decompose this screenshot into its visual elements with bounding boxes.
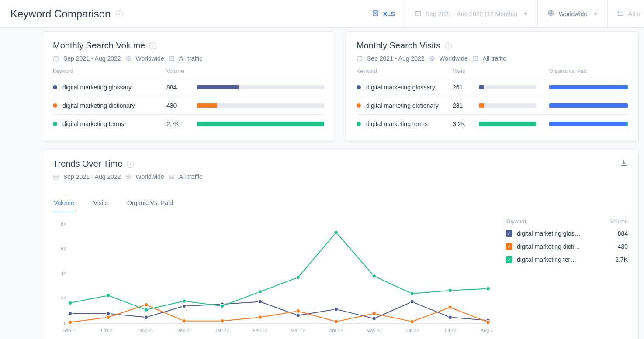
legend-checkbox[interactable]: ✓ <box>506 243 512 250</box>
traffic-icon <box>169 55 175 62</box>
trends-line-chart: 02K4K6K8KSep 21Oct 21Nov 21Dec 21Jan 22F… <box>53 219 492 336</box>
svg-rect-9 <box>357 57 362 61</box>
value-cell: 884 <box>166 84 197 91</box>
value-cell: 3.2K <box>453 120 479 127</box>
page-header: Keyword Comparison i XLS Sep 2021 - Aug … <box>0 0 644 28</box>
chevron-down-icon: ▼ <box>523 11 528 16</box>
meta-region: Worldwide <box>440 55 468 62</box>
series-dot <box>357 85 361 89</box>
svg-point-64 <box>258 290 262 294</box>
svg-rect-7 <box>169 56 174 58</box>
series-dot <box>53 85 57 89</box>
region-dropdown[interactable]: Worldwide ▼ <box>537 0 607 28</box>
keyword-label: digital marketing terms <box>366 120 428 127</box>
meta-traffic: All traffic <box>483 55 506 62</box>
legend-checkbox[interactable]: ✓ <box>506 230 512 237</box>
svg-text:Oct 21: Oct 21 <box>101 328 115 333</box>
export-xls-button[interactable]: XLS <box>363 0 405 28</box>
tab-volume[interactable]: Volume <box>53 194 75 212</box>
meta-traffic: All traffic <box>179 55 202 62</box>
table-row: digital marketing terms 2.7K <box>53 114 324 133</box>
svg-point-67 <box>372 274 376 278</box>
traffic-dropdown[interactable]: All tr <box>607 0 644 28</box>
legend-label: digital marketing glos… <box>517 230 613 237</box>
svg-point-58 <box>486 320 490 324</box>
svg-text:Jan 22: Jan 22 <box>215 328 229 333</box>
meta-date: Sep 2021 - Aug 2022 <box>367 55 425 62</box>
keyword-label: digital marketing terms <box>62 120 124 127</box>
card-title: Monthly Search Volume <box>53 41 145 51</box>
meta-region: Worldwide <box>136 173 164 180</box>
svg-point-47 <box>68 320 72 324</box>
chart-legend: Keyword Volume ✓ digital marketing glos…… <box>506 219 628 336</box>
table-row: digital marketing dictionary 430 <box>53 96 324 114</box>
meta-traffic: All traffic <box>179 173 202 180</box>
svg-point-45 <box>448 315 452 319</box>
svg-text:Sep 21: Sep 21 <box>62 328 77 333</box>
svg-text:Feb 22: Feb 22 <box>253 328 267 333</box>
svg-point-55 <box>372 312 376 315</box>
info-icon[interactable]: i <box>149 42 156 49</box>
legend-item[interactable]: ✓ digital marketing dicti… 430 <box>506 243 628 250</box>
svg-point-37 <box>144 315 148 319</box>
svg-rect-5 <box>54 57 59 61</box>
legend-item[interactable]: ✓ digital marketing glos… 884 <box>506 230 628 237</box>
svg-text:4K: 4K <box>61 271 67 276</box>
legend-checkbox[interactable]: ✓ <box>506 256 512 263</box>
info-icon[interactable]: i <box>116 10 123 17</box>
table-row: digital marketing glossary 884 <box>53 78 324 96</box>
tab-visits[interactable]: Visits <box>93 194 109 212</box>
svg-rect-11 <box>473 56 478 58</box>
svg-point-51 <box>220 319 224 323</box>
svg-rect-8 <box>169 59 174 61</box>
col-header-keyword: Keyword <box>357 68 453 74</box>
keyword-label: digital marketing dictionary <box>366 102 439 109</box>
globe-icon <box>125 174 132 180</box>
page-title-text: Keyword Comparison <box>10 8 111 20</box>
svg-rect-12 <box>473 59 478 61</box>
svg-text:Nov 21: Nov 21 <box>138 328 153 333</box>
xls-icon <box>372 10 379 18</box>
region-label: Worldwide <box>559 10 587 17</box>
svg-rect-4 <box>618 14 623 15</box>
svg-point-66 <box>334 230 338 234</box>
info-icon[interactable]: i <box>445 42 452 49</box>
svg-point-62 <box>182 299 186 303</box>
card-meta: Sep 2021 - Aug 2022 Worldwide All traffi… <box>53 173 620 180</box>
tab-organic-vs-paid[interactable]: Organic Vs. Paid <box>126 194 174 212</box>
svg-text:Apr 22: Apr 22 <box>329 328 343 333</box>
svg-point-40 <box>258 300 262 304</box>
col-header-value: Volume <box>166 68 197 74</box>
download-icon[interactable] <box>620 159 628 168</box>
bar-cell <box>479 122 536 126</box>
legend-header-keyword: Keyword <box>506 219 526 225</box>
card-title: Trends Over Time <box>53 159 122 169</box>
table-row: digital marketing dictionary 281 <box>357 96 628 114</box>
svg-point-59 <box>68 301 72 305</box>
export-xls-label: XLS <box>383 10 395 17</box>
svg-rect-3 <box>618 11 623 13</box>
legend-label: digital marketing dicti… <box>517 243 613 250</box>
svg-point-56 <box>410 320 414 324</box>
svg-point-70 <box>486 287 490 291</box>
svg-point-65 <box>296 275 300 279</box>
bar-cell <box>197 85 324 89</box>
svg-text:0: 0 <box>64 321 67 326</box>
value-cell: 430 <box>166 102 197 109</box>
svg-point-38 <box>182 304 186 308</box>
svg-point-69 <box>448 288 452 292</box>
svg-rect-1 <box>415 11 420 16</box>
legend-item[interactable]: ✓ digital marketing ter… 2.7K <box>506 256 628 263</box>
card-title: Monthly Search Visits <box>357 41 440 51</box>
trends-tabs: VolumeVisitsOrganic Vs. Paid <box>53 194 628 212</box>
svg-rect-13 <box>54 175 59 179</box>
svg-point-41 <box>296 314 300 318</box>
traffic-icon <box>617 10 624 18</box>
traffic-icon <box>169 174 175 180</box>
organic-paid-cell <box>549 103 628 108</box>
value-cell: 261 <box>453 84 479 91</box>
date-range-dropdown[interactable]: Sep 2021 - Aug 2022 (12 Months) ▼ <box>405 0 537 28</box>
info-icon[interactable]: i <box>127 161 134 168</box>
keyword-label: digital marketing glossary <box>62 84 132 91</box>
globe-icon <box>547 10 554 18</box>
